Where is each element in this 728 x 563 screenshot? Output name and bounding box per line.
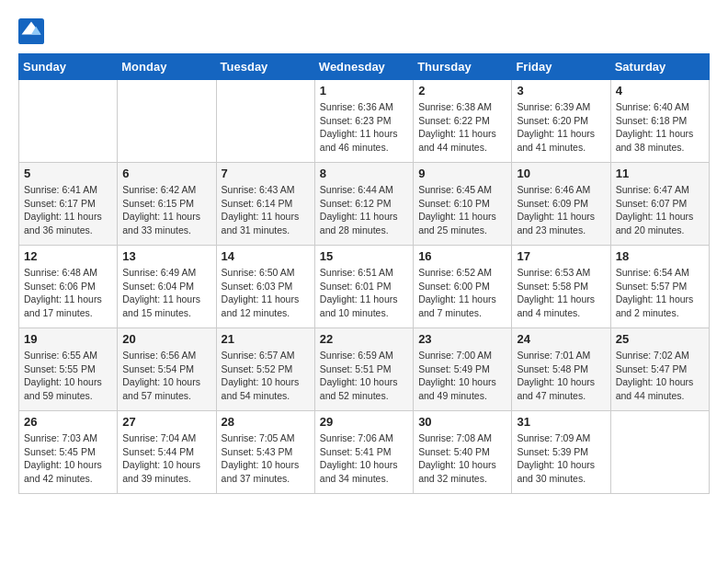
day-info: Sunrise: 6:54 AM Sunset: 5:57 PM Dayligh… [616, 266, 704, 320]
day-number: 19 [24, 332, 112, 346]
day-number: 24 [517, 332, 605, 346]
calendar-week-row: 12Sunrise: 6:48 AM Sunset: 6:06 PM Dayli… [19, 246, 710, 328]
calendar-day-cell: 7Sunrise: 6:43 AM Sunset: 6:14 PM Daylig… [216, 163, 314, 246]
calendar-day-cell: 20Sunrise: 6:56 AM Sunset: 5:54 PM Dayli… [118, 328, 216, 411]
calendar-day-cell: 6Sunrise: 6:42 AM Sunset: 6:15 PM Daylig… [118, 163, 216, 246]
day-info: Sunrise: 6:50 AM Sunset: 6:03 PM Dayligh… [222, 266, 310, 320]
calendar-day-cell: 22Sunrise: 6:59 AM Sunset: 5:51 PM Dayli… [314, 328, 413, 411]
day-info: Sunrise: 6:43 AM Sunset: 6:14 PM Dayligh… [222, 183, 310, 237]
day-number: 17 [517, 249, 605, 263]
day-number: 21 [222, 332, 310, 346]
day-info: Sunrise: 6:48 AM Sunset: 6:06 PM Dayligh… [24, 266, 112, 320]
day-number: 10 [517, 167, 605, 180]
calendar-day-cell: 29Sunrise: 7:06 AM Sunset: 5:41 PM Dayli… [314, 411, 413, 494]
calendar-day-cell: 12Sunrise: 6:48 AM Sunset: 6:06 PM Dayli… [19, 246, 118, 328]
day-number: 18 [616, 249, 704, 263]
calendar-day-cell: 30Sunrise: 7:08 AM Sunset: 5:40 PM Dayli… [414, 411, 512, 494]
empty-day-cell [19, 80, 118, 163]
calendar-day-cell: 1Sunrise: 6:36 AM Sunset: 6:23 PM Daylig… [314, 80, 413, 163]
weekday-header-tuesday: Tuesday [216, 54, 314, 80]
calendar-day-cell: 31Sunrise: 7:09 AM Sunset: 5:39 PM Dayli… [512, 411, 610, 494]
day-info: Sunrise: 6:52 AM Sunset: 6:00 PM Dayligh… [418, 266, 506, 320]
day-info: Sunrise: 6:59 AM Sunset: 5:51 PM Dayligh… [320, 349, 408, 403]
day-info: Sunrise: 7:06 AM Sunset: 5:41 PM Dayligh… [320, 431, 408, 486]
calendar-day-cell: 14Sunrise: 6:50 AM Sunset: 6:03 PM Dayli… [216, 246, 314, 328]
day-number: 1 [320, 84, 408, 98]
day-info: Sunrise: 7:02 AM Sunset: 5:47 PM Dayligh… [616, 349, 704, 403]
day-number: 31 [517, 415, 605, 429]
calendar-day-cell: 17Sunrise: 6:53 AM Sunset: 5:58 PM Dayli… [512, 246, 610, 328]
day-number: 3 [517, 84, 605, 98]
day-info: Sunrise: 6:44 AM Sunset: 6:12 PM Dayligh… [320, 183, 408, 237]
day-info: Sunrise: 6:53 AM Sunset: 5:58 PM Dayligh… [517, 266, 605, 320]
calendar-day-cell: 24Sunrise: 7:01 AM Sunset: 5:48 PM Dayli… [512, 328, 610, 411]
day-info: Sunrise: 7:03 AM Sunset: 5:45 PM Dayligh… [24, 431, 112, 486]
day-number: 27 [122, 415, 210, 429]
day-number: 2 [418, 84, 506, 98]
day-info: Sunrise: 7:08 AM Sunset: 5:40 PM Dayligh… [418, 431, 506, 486]
weekday-header-sunday: Sunday [19, 54, 118, 80]
weekday-header-thursday: Thursday [414, 54, 512, 80]
day-info: Sunrise: 7:04 AM Sunset: 5:44 PM Dayligh… [122, 431, 210, 486]
page-header [18, 18, 710, 44]
empty-day-cell [216, 80, 314, 163]
day-info: Sunrise: 6:47 AM Sunset: 6:07 PM Dayligh… [616, 183, 704, 237]
calendar-day-cell: 13Sunrise: 6:49 AM Sunset: 6:04 PM Dayli… [118, 246, 216, 328]
calendar-table: SundayMondayTuesdayWednesdayThursdayFrid… [18, 53, 710, 494]
day-number: 8 [320, 167, 408, 180]
day-number: 26 [24, 415, 112, 429]
calendar-day-cell: 11Sunrise: 6:47 AM Sunset: 6:07 PM Dayli… [610, 163, 709, 246]
calendar-day-cell: 26Sunrise: 7:03 AM Sunset: 5:45 PM Dayli… [19, 411, 118, 494]
day-number: 29 [320, 415, 408, 429]
day-info: Sunrise: 7:00 AM Sunset: 5:49 PM Dayligh… [418, 349, 506, 403]
calendar-day-cell: 19Sunrise: 6:55 AM Sunset: 5:55 PM Dayli… [19, 328, 118, 411]
day-info: Sunrise: 6:36 AM Sunset: 6:23 PM Dayligh… [320, 100, 408, 155]
day-number: 16 [418, 249, 506, 263]
day-number: 20 [122, 332, 210, 346]
day-number: 15 [320, 249, 408, 263]
calendar-week-row: 5Sunrise: 6:41 AM Sunset: 6:17 PM Daylig… [19, 163, 710, 246]
calendar-day-cell: 16Sunrise: 6:52 AM Sunset: 6:00 PM Dayli… [414, 246, 512, 328]
empty-day-cell [610, 411, 709, 494]
day-number: 11 [616, 167, 704, 180]
day-info: Sunrise: 6:38 AM Sunset: 6:22 PM Dayligh… [418, 100, 506, 155]
day-info: Sunrise: 6:46 AM Sunset: 6:09 PM Dayligh… [517, 183, 605, 237]
day-number: 22 [320, 332, 408, 346]
calendar-day-cell: 2Sunrise: 6:38 AM Sunset: 6:22 PM Daylig… [414, 80, 512, 163]
calendar-day-cell: 10Sunrise: 6:46 AM Sunset: 6:09 PM Dayli… [512, 163, 610, 246]
day-info: Sunrise: 6:41 AM Sunset: 6:17 PM Dayligh… [24, 183, 112, 237]
empty-day-cell [118, 80, 216, 163]
calendar-day-cell: 23Sunrise: 7:00 AM Sunset: 5:49 PM Dayli… [414, 328, 512, 411]
day-info: Sunrise: 7:09 AM Sunset: 5:39 PM Dayligh… [517, 431, 605, 486]
day-info: Sunrise: 6:45 AM Sunset: 6:10 PM Dayligh… [418, 183, 506, 237]
day-info: Sunrise: 6:42 AM Sunset: 6:15 PM Dayligh… [122, 183, 210, 237]
calendar-day-cell: 15Sunrise: 6:51 AM Sunset: 6:01 PM Dayli… [314, 246, 413, 328]
day-number: 5 [24, 167, 112, 180]
day-number: 6 [122, 167, 210, 180]
calendar-day-cell: 8Sunrise: 6:44 AM Sunset: 6:12 PM Daylig… [314, 163, 413, 246]
day-number: 9 [418, 167, 506, 180]
calendar-day-cell: 18Sunrise: 6:54 AM Sunset: 5:57 PM Dayli… [610, 246, 709, 328]
weekday-header-wednesday: Wednesday [314, 54, 413, 80]
day-info: Sunrise: 6:51 AM Sunset: 6:01 PM Dayligh… [320, 266, 408, 320]
day-info: Sunrise: 6:40 AM Sunset: 6:18 PM Dayligh… [616, 100, 704, 155]
day-number: 13 [122, 249, 210, 263]
day-info: Sunrise: 6:49 AM Sunset: 6:04 PM Dayligh… [122, 266, 210, 320]
logo-icon [18, 18, 44, 44]
day-number: 25 [616, 332, 704, 346]
calendar-day-cell: 28Sunrise: 7:05 AM Sunset: 5:43 PM Dayli… [216, 411, 314, 494]
day-number: 4 [616, 84, 704, 98]
day-info: Sunrise: 7:05 AM Sunset: 5:43 PM Dayligh… [222, 431, 310, 486]
day-number: 7 [222, 167, 310, 180]
calendar-day-cell: 9Sunrise: 6:45 AM Sunset: 6:10 PM Daylig… [414, 163, 512, 246]
day-number: 30 [418, 415, 506, 429]
calendar-week-row: 19Sunrise: 6:55 AM Sunset: 5:55 PM Dayli… [19, 328, 710, 411]
calendar-day-cell: 21Sunrise: 6:57 AM Sunset: 5:52 PM Dayli… [216, 328, 314, 411]
weekday-header-friday: Friday [512, 54, 610, 80]
day-info: Sunrise: 6:39 AM Sunset: 6:20 PM Dayligh… [517, 100, 605, 155]
weekday-header-saturday: Saturday [610, 54, 709, 80]
calendar-day-cell: 4Sunrise: 6:40 AM Sunset: 6:18 PM Daylig… [610, 80, 709, 163]
calendar-week-row: 1Sunrise: 6:36 AM Sunset: 6:23 PM Daylig… [19, 80, 710, 163]
day-number: 12 [24, 249, 112, 263]
weekday-header-monday: Monday [118, 54, 216, 80]
